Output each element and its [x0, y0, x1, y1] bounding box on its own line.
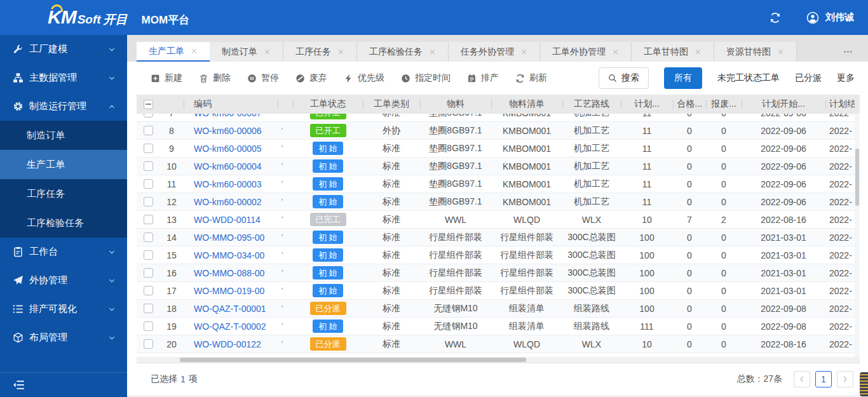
- table-row[interactable]: 8 WO-km60-00006 ' 已开工 外协 垫圈8GB97.1 KMBOM…: [137, 122, 860, 140]
- order-code-link[interactable]: WO-QAZ-T-00001: [194, 304, 278, 314]
- tab-operation-tasks[interactable]: 工序任务: [283, 42, 357, 62]
- table-row[interactable]: 7 WO-km60-00007 ' 已开工 标准 垫圈8GB97.1 KMBOM…: [137, 114, 860, 122]
- sync-icon[interactable]: [770, 12, 781, 24]
- vertical-scrollbar[interactable]: [855, 114, 860, 357]
- sidebar-item-manufacturing-execution[interactable]: 制造运行管理: [0, 92, 127, 121]
- row-checkbox[interactable]: [144, 144, 153, 153]
- order-code-link[interactable]: WO-km60-00004: [194, 161, 278, 172]
- tab-manufacturing-orders[interactable]: 制造订单: [210, 42, 283, 62]
- order-code-link[interactable]: WO-WDD-00122: [194, 339, 278, 349]
- tab-resource-gantt[interactable]: 资源甘特图: [714, 42, 797, 62]
- row-checkbox[interactable]: [144, 321, 153, 331]
- filter-all[interactable]: 所有: [664, 67, 702, 89]
- close-icon[interactable]: [695, 48, 702, 55]
- sidebar-item-outsourcing[interactable]: 外协管理: [0, 266, 127, 295]
- close-icon[interactable]: [429, 48, 436, 55]
- delete-button[interactable]: 删除: [199, 72, 231, 84]
- refresh-button[interactable]: 刷新: [515, 72, 547, 84]
- row-checkbox[interactable]: [144, 339, 153, 349]
- sidebar-item-factory-modeling[interactable]: 工厂建模: [0, 35, 127, 64]
- close-icon[interactable]: [777, 48, 784, 55]
- close-icon[interactable]: [264, 48, 271, 55]
- table-row[interactable]: 10 WO-km60-00004 ' 初 始 标准 垫圈8GB97.1 KMBO…: [137, 158, 860, 175]
- row-checkbox[interactable]: [144, 114, 153, 118]
- sidebar-item-master-data[interactable]: 主数据管理: [0, 64, 127, 92]
- tab-operation-inspection-tasks[interactable]: 工序检验任务: [357, 42, 449, 62]
- set-time-button[interactable]: 指定时间: [401, 72, 451, 84]
- cell-status: 初 始: [293, 140, 363, 157]
- tab-order-outsourcing[interactable]: 工单外协管理: [540, 42, 632, 62]
- table-row[interactable]: 20 WO-WDD-00122 ' 已分派 标准 WWL WLQD WLX 10…: [137, 335, 860, 353]
- discard-button[interactable]: 废弃: [295, 72, 327, 84]
- table-row[interactable]: 17 WO-MMO-019-00 ' 初 始 标准 行星组件部装 行星组件部装 …: [137, 282, 860, 300]
- status-badge: 已分派: [310, 337, 346, 351]
- vertical-scrollbar-thumb[interactable]: [855, 149, 859, 206]
- tab-order-gantt[interactable]: 工单甘特图: [632, 42, 714, 62]
- table-row[interactable]: 14 WO-MMO-095-00 ' 初 始 标准 行星组件部装 行星组件部装 …: [137, 229, 860, 246]
- close-icon[interactable]: [520, 48, 527, 55]
- close-icon[interactable]: [612, 48, 619, 55]
- new-button[interactable]: 新建: [151, 72, 182, 84]
- next-page-button[interactable]: [837, 371, 853, 387]
- sidebar-item-layout-management[interactable]: 布局管理: [0, 323, 127, 352]
- row-checkbox[interactable]: [144, 268, 153, 278]
- pause-button[interactable]: 暂停: [247, 72, 279, 84]
- order-code-link[interactable]: WO-WDD-00114: [194, 215, 278, 225]
- horizontal-scrollbar[interactable]: [137, 357, 860, 363]
- sidebar-subitem-manufacturing-orders[interactable]: 制造订单: [0, 121, 127, 150]
- floating-widget[interactable]: [860, 372, 868, 396]
- filter-more[interactable]: 更多: [837, 72, 855, 84]
- order-code-link[interactable]: WO-km60-00005: [194, 144, 278, 154]
- order-code-link[interactable]: WO-MMO-095-00: [194, 232, 278, 243]
- user-icon[interactable]: [806, 11, 819, 24]
- table-row[interactable]: 11 WO-km60-00003 ' 初 始 标准 垫圈8GB97.1 KMBO…: [137, 175, 860, 193]
- row-checkbox[interactable]: [144, 161, 153, 171]
- prev-page-button[interactable]: [794, 371, 810, 387]
- order-code-link[interactable]: WO-km60-00007: [194, 114, 278, 118]
- user-name[interactable]: 刘伟诚: [825, 11, 854, 24]
- horizontal-scrollbar-thumb[interactable]: [180, 358, 526, 362]
- table-row[interactable]: 12 WO-km60-00002 ' 初 始 标准 垫圈8GB97.1 KMBO…: [137, 193, 860, 211]
- row-checkbox[interactable]: [144, 197, 153, 206]
- order-code-link[interactable]: WO-QAZ-T-00002: [194, 321, 278, 332]
- row-checkbox[interactable]: [144, 304, 153, 313]
- table-row[interactable]: 9 WO-km60-00005 ' 初 始 标准 垫圈8GB97.1 KMBOM…: [137, 140, 860, 158]
- select-all-checkbox[interactable]: [144, 100, 153, 109]
- close-icon[interactable]: [337, 48, 344, 55]
- table-row[interactable]: 13 WO-WDD-00114 ' 已完工 标准 WWL WLQD WLX 10…: [137, 211, 860, 229]
- table-row[interactable]: 15 WO-MMO-034-00 ' 初 始 标准 行星组件部装 行星组件部装 …: [137, 246, 860, 264]
- tab-task-outsourcing[interactable]: 任务外协管理: [449, 42, 540, 62]
- sidebar-subitem-production-orders[interactable]: 生产工单: [0, 150, 127, 179]
- schedule-button[interactable]: 排产: [467, 72, 499, 84]
- row-checkbox[interactable]: [144, 126, 153, 135]
- table-row[interactable]: 18 WO-QAZ-T-00001 ' 已分派 标准 无缝钢M10 组装清单 组…: [137, 300, 860, 318]
- row-checkbox[interactable]: [144, 179, 153, 189]
- sidebar-item-scheduling-visualization[interactable]: 排产可视化: [0, 295, 127, 323]
- table-row[interactable]: 19 WO-QAZ-T-00002 ' 初 始 标准 无缝钢M10 组装清单 组…: [137, 318, 860, 335]
- priority-button[interactable]: 优先级: [344, 72, 384, 84]
- order-code-link[interactable]: WO-km60-00003: [194, 179, 278, 189]
- order-code-link[interactable]: WO-MMO-019-00: [194, 286, 278, 296]
- current-page-button[interactable]: 1: [815, 371, 832, 387]
- sidebar-subitem-operation-tasks[interactable]: 工序任务: [0, 179, 127, 208]
- sidebar-subitem-operation-inspection-tasks[interactable]: 工序检验任务: [0, 208, 127, 238]
- tab-production-orders[interactable]: 生产工单: [137, 42, 210, 62]
- row-checkbox[interactable]: [144, 232, 153, 242]
- row-checkbox[interactable]: [144, 250, 153, 260]
- row-checkbox[interactable]: [144, 286, 153, 295]
- table-row[interactable]: 16 WO-MMO-088-00 ' 初 始 标准 行星组件部装 行星组件部装 …: [137, 264, 860, 282]
- tab-overflow-button[interactable]: [834, 42, 862, 62]
- filter-dispatched[interactable]: 已分派: [795, 72, 822, 84]
- order-code-link[interactable]: WO-MMO-088-00: [194, 268, 278, 278]
- order-code-link[interactable]: WO-km60-00006: [194, 126, 278, 136]
- order-code-link[interactable]: WO-MMO-034-00: [194, 250, 278, 260]
- search-button[interactable]: 搜索: [599, 67, 649, 89]
- filter-unfinished[interactable]: 未完工状态工单: [717, 72, 780, 84]
- close-icon[interactable]: [191, 48, 198, 55]
- sidebar-item-workbench[interactable]: 工作台: [0, 238, 127, 266]
- row-checkbox[interactable]: [144, 215, 153, 224]
- menu-fold-icon[interactable]: [12, 379, 25, 391]
- order-code-link[interactable]: WO-km60-00002: [194, 197, 278, 207]
- cell-code: WO-WDD-00122: [184, 335, 278, 353]
- status-badge: 初 始: [313, 177, 343, 191]
